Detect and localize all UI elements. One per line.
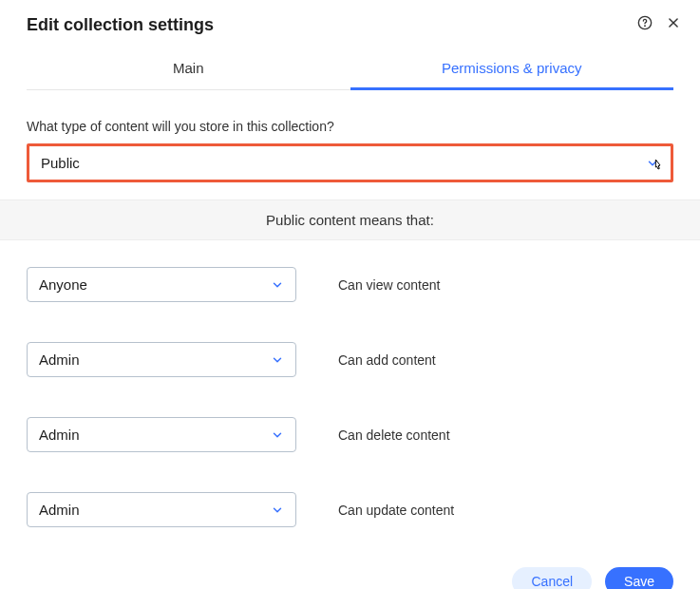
content-type-highlight: Public (27, 143, 673, 182)
perm-add-select[interactable]: Admin (27, 342, 296, 377)
tabs: Main Permissions & privacy (27, 47, 673, 90)
perm-row-delete: Admin Can delete content (27, 417, 673, 452)
perm-delete-select[interactable]: Admin (27, 417, 296, 452)
chevron-down-icon (271, 504, 284, 517)
chevron-down-icon (271, 278, 284, 292)
content-type-label: What type of content will you store in t… (27, 119, 673, 134)
tab-permissions-label: Permissions & privacy (442, 60, 582, 76)
cancel-button-label: Cancel (531, 574, 573, 589)
tab-main-label: Main (173, 60, 204, 76)
perm-add-value: Admin (39, 352, 80, 368)
perm-update-value: Admin (39, 502, 80, 518)
chevron-down-icon (646, 157, 659, 170)
cancel-button[interactable]: Cancel (512, 567, 592, 589)
close-icon[interactable] (666, 15, 681, 30)
perm-delete-desc: Can delete content (338, 428, 450, 443)
content-type-select[interactable]: Public (29, 146, 671, 180)
modal-footer: Cancel Save (0, 567, 700, 589)
save-button-label: Save (624, 574, 654, 589)
perm-view-select[interactable]: Anyone (27, 267, 296, 302)
perm-update-desc: Can update content (338, 503, 454, 518)
help-icon[interactable] (637, 15, 653, 30)
tab-main[interactable]: Main (27, 47, 350, 89)
svg-point-1 (645, 26, 646, 27)
perm-row-update: Admin Can update content (27, 492, 673, 527)
header-actions (637, 15, 681, 30)
permission-rows: Anyone Can view content Admin Can add co… (27, 267, 673, 527)
tab-permissions[interactable]: Permissions & privacy (350, 47, 674, 89)
perm-update-select[interactable]: Admin (27, 492, 296, 527)
perm-delete-value: Admin (39, 427, 80, 443)
save-button[interactable]: Save (605, 567, 673, 589)
perm-view-desc: Can view content (338, 277, 440, 293)
edit-collection-modal: Edit collection settings Main Permission… (0, 0, 700, 589)
chevron-down-icon (271, 353, 284, 367)
modal-body: What type of content will you store in t… (0, 90, 700, 527)
modal-header: Edit collection settings Main Permission… (0, 0, 700, 90)
chevron-down-icon (271, 428, 284, 442)
public-content-banner: Public content means that: (0, 200, 700, 240)
perm-row-view: Anyone Can view content (27, 267, 673, 302)
perm-view-value: Anyone (39, 276, 87, 293)
perm-add-desc: Can add content (338, 352, 436, 368)
perm-row-add: Admin Can add content (27, 342, 673, 377)
content-type-value: Public (41, 155, 80, 171)
modal-title: Edit collection settings (27, 15, 673, 35)
